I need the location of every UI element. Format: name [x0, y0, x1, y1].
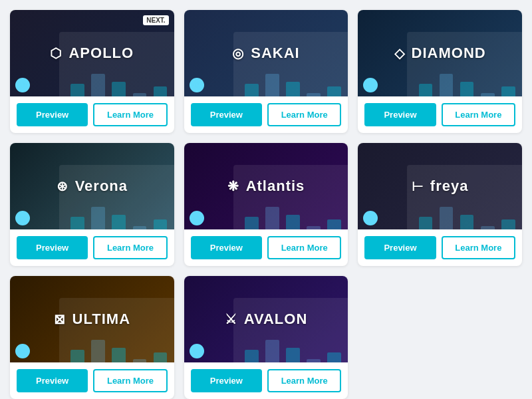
product-icon-diamond: ◇ — [394, 45, 405, 61]
preview-button-apollo[interactable]: Preview — [17, 103, 88, 126]
svg-point-0 — [22, 84, 24, 86]
svg-point-24 — [22, 350, 24, 352]
product-grid: ⬡APOLLONEXT.PreviewLearn More FREE ◎SAKA… — [10, 10, 522, 399]
card-actions-apollo: PreviewLearn More — [10, 96, 174, 133]
product-card-diamond: ◇DIAMONDPreviewLearn More — [358, 10, 522, 133]
card-actions-sakai: PreviewLearn More — [184, 96, 348, 133]
preview-button-atlantis[interactable]: Preview — [191, 236, 262, 259]
preview-button-verona[interactable]: Preview — [17, 236, 88, 259]
product-card-sakai: FREE ◎SAKAIPreviewLearn More — [184, 10, 348, 133]
product-image-sakai: FREE ◎SAKAI — [184, 10, 348, 96]
product-name-diamond: ◇DIAMOND — [394, 45, 486, 62]
product-name-ultima: ⊠ULTIMA — [54, 311, 130, 328]
learn-more-button-diamond[interactable]: Learn More — [442, 103, 515, 126]
card-actions-diamond: PreviewLearn More — [358, 96, 522, 133]
preview-button-diamond[interactable]: Preview — [364, 103, 436, 126]
product-image-ultima: ⊠ULTIMA — [10, 276, 174, 362]
svg-point-28 — [196, 350, 198, 352]
product-card-ultima: ⊠ULTIMAPreviewLearn More — [10, 276, 174, 399]
learn-more-button-sakai[interactable]: Learn More — [267, 103, 341, 126]
preview-button-ultima[interactable]: Preview — [17, 369, 88, 392]
react-icon — [15, 211, 30, 225]
product-icon-atlantis: ❋ — [227, 178, 239, 194]
svg-point-20 — [370, 217, 372, 219]
product-icon-apollo: ⬡ — [50, 45, 62, 61]
product-title-text-verona: Verona — [75, 178, 128, 195]
react-icon — [190, 78, 204, 92]
product-icon-freya: ⊢ — [412, 178, 424, 194]
react-icon — [190, 344, 204, 358]
product-image-verona: ⊛Verona — [10, 143, 174, 229]
product-card-atlantis: ❋AtlantisPreviewLearn More — [184, 143, 348, 266]
svg-point-8 — [370, 84, 372, 86]
product-image-diamond: ◇DIAMOND — [358, 10, 522, 96]
product-title-text-atlantis: Atlantis — [246, 178, 305, 195]
product-title-text-sakai: SAKAI — [251, 45, 299, 62]
product-icon-verona: ⊛ — [57, 178, 68, 194]
react-icon — [15, 78, 30, 92]
product-title-text-diamond: DIAMOND — [412, 45, 486, 62]
card-actions-atlantis: PreviewLearn More — [184, 229, 348, 266]
product-title-text-avalon: AVALON — [244, 311, 308, 328]
preview-button-sakai[interactable]: Preview — [191, 103, 262, 126]
product-icon-sakai: ◎ — [232, 45, 244, 61]
react-icon — [190, 211, 204, 225]
product-card-avalon: ⚔AVALONPreviewLearn More — [184, 276, 348, 399]
learn-more-button-ultima[interactable]: Learn More — [93, 369, 167, 392]
product-icon-ultima: ⊠ — [54, 311, 66, 327]
card-actions-freya: PreviewLearn More — [358, 229, 522, 266]
learn-more-button-atlantis[interactable]: Learn More — [267, 236, 341, 259]
card-actions-ultima: PreviewLearn More — [10, 362, 174, 399]
svg-point-16 — [196, 217, 198, 219]
product-name-verona: ⊛Verona — [57, 178, 128, 195]
learn-more-button-avalon[interactable]: Learn More — [267, 369, 341, 392]
product-title-text-ultima: ULTIMA — [72, 311, 130, 328]
preview-button-freya[interactable]: Preview — [364, 236, 436, 259]
product-card-freya: ⊢freyaPreviewLearn More — [358, 143, 522, 266]
product-image-apollo: ⬡APOLLONEXT. — [10, 10, 174, 96]
product-title-text-apollo: APOLLO — [68, 45, 134, 62]
card-actions-avalon: PreviewLearn More — [184, 362, 348, 399]
svg-point-4 — [196, 84, 198, 86]
product-icon-avalon: ⚔ — [225, 311, 237, 327]
product-name-atlantis: ❋Atlantis — [227, 178, 305, 195]
product-name-avalon: ⚔AVALON — [225, 311, 308, 328]
product-name-sakai: ◎SAKAI — [232, 45, 299, 62]
learn-more-button-verona[interactable]: Learn More — [93, 236, 167, 259]
product-name-freya: ⊢freya — [412, 178, 469, 195]
learn-more-button-freya[interactable]: Learn More — [442, 236, 515, 259]
learn-more-button-apollo[interactable]: Learn More — [93, 103, 167, 126]
react-icon — [15, 344, 30, 358]
product-name-apollo: ⬡APOLLO — [50, 45, 134, 62]
product-image-avalon: ⚔AVALON — [184, 276, 348, 362]
product-image-atlantis: ❋Atlantis — [184, 143, 348, 229]
next-badge: NEXT. — [143, 15, 168, 25]
svg-point-12 — [22, 217, 24, 219]
preview-button-avalon[interactable]: Preview — [191, 369, 262, 392]
product-card-verona: ⊛VeronaPreviewLearn More — [10, 143, 174, 266]
product-card-apollo: ⬡APOLLONEXT.PreviewLearn More — [10, 10, 174, 133]
card-actions-verona: PreviewLearn More — [10, 229, 174, 266]
product-image-freya: ⊢freya — [358, 143, 522, 229]
product-title-text-freya: freya — [430, 178, 469, 195]
